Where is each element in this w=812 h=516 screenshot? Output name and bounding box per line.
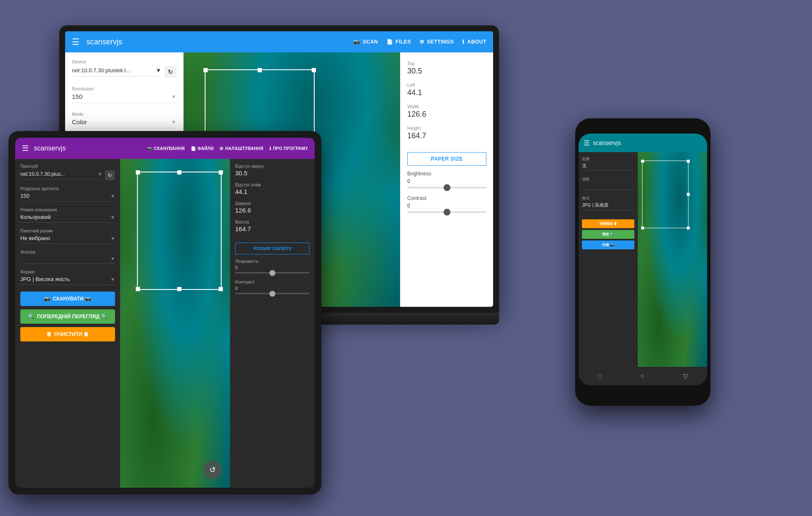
laptop-brightness-thumb[interactable] xyxy=(444,184,450,191)
laptop-scan-btn[interactable]: 📷 SCAN xyxy=(354,39,378,45)
laptop-height-value: 164.7 xyxy=(407,131,486,140)
phone-scan-overlay[interactable] xyxy=(642,161,689,228)
phone-format-value: JPG | 高画质 xyxy=(582,202,634,210)
laptop-about-btn[interactable]: ℹ ABOUT xyxy=(462,39,486,45)
tablet-filters-label: Фільтри xyxy=(20,250,115,254)
tablet-handle-tl[interactable] xyxy=(136,170,140,175)
tablet-resolution-select[interactable]: 150 ▼ xyxy=(20,193,115,202)
tablet-width-value: 126.6 xyxy=(235,207,310,214)
tablet-scan-overlay[interactable] xyxy=(137,172,222,290)
tablet-refresh-button[interactable]: ↻ xyxy=(105,170,115,180)
tablet-handle-bm[interactable] xyxy=(177,287,181,291)
tablet-brightness-value: 0 xyxy=(235,265,310,270)
laptop-brightness-track xyxy=(407,187,486,188)
tablet-right-panel: Відступ зверху 30.5 Відступ зліва 44.1 Ш… xyxy=(230,159,315,488)
tablet-resolution-label: Роздільна здатність xyxy=(20,186,115,191)
scan-handle-tr[interactable] xyxy=(312,68,316,72)
phone-clear-button[interactable]: 清除预览 🗑 xyxy=(582,219,634,228)
phone-preview-button[interactable]: 预览 🔍 xyxy=(582,230,634,239)
laptop-refresh-button[interactable]: ↻ xyxy=(165,66,176,78)
tablet-paper-size-button[interactable]: РОЗМІР ПАПЕРУ xyxy=(235,243,310,254)
tablet-contrast-section: Контраст 0 xyxy=(235,279,310,294)
laptop-width-field: Width 126.6 xyxy=(407,104,486,119)
tablet-left-value: 44.1 xyxy=(235,188,310,195)
tablet-contrast-thumb[interactable] xyxy=(269,291,275,297)
phone-handle-mr[interactable] xyxy=(687,193,690,196)
tablet-about-btn[interactable]: ℹ ПРО ПРОГРАМУ xyxy=(269,146,308,151)
laptop-contrast-thumb[interactable] xyxy=(444,209,450,216)
tablet-files-btn[interactable]: 📄 ФАЙЛИ xyxy=(191,146,214,151)
laptop-settings-btn[interactable]: ⚙ SETTINGS xyxy=(420,39,454,45)
tablet-filters-field: Фільтри ▼ xyxy=(20,250,115,264)
tablet-height-value: 164.7 xyxy=(235,225,310,232)
tablet-handle-bl[interactable] xyxy=(136,287,140,291)
phone-handle-tr[interactable] xyxy=(687,160,690,163)
tablet-format-field: Формат JPG | Висока якість ▼ xyxy=(20,270,115,285)
tablet-settings-btn[interactable]: ⚙ НАЛАШТУВАННЯ xyxy=(219,146,263,151)
tablet-handle-tm[interactable] xyxy=(177,170,181,175)
tablet-rotate-button[interactable]: ↺ xyxy=(203,461,222,479)
tablet-batch-select[interactable]: Не вибрано ▼ xyxy=(20,235,115,244)
laptop-settings-icon: ⚙ xyxy=(420,39,425,45)
tablet-handle-tr[interactable] xyxy=(219,170,223,175)
laptop-about-icon: ℹ xyxy=(462,39,465,45)
tablet-brightness-thumb[interactable] xyxy=(269,270,275,276)
tablet-device-select[interactable]: net:10.0.7.30:plus... ▼ xyxy=(20,171,102,180)
tablet-clear-button[interactable]: 🗑 ОЧИСТИТИ 🗑 xyxy=(20,327,115,341)
phone-nav-back-icon[interactable]: ○ xyxy=(640,372,645,380)
phone-nav-recent-icon[interactable]: ▽ xyxy=(683,372,688,380)
laptop-mode-select[interactable]: Color ▼ xyxy=(72,118,176,128)
tablet-mode-select[interactable]: Кольоровий ▼ xyxy=(20,214,115,223)
scan-handle-tm[interactable] xyxy=(258,68,262,72)
tablet-filters-select[interactable]: ▼ xyxy=(20,256,115,264)
phone-handle-tl[interactable] xyxy=(641,160,644,163)
tablet-format-select[interactable]: JPG | Висока якість ▼ xyxy=(20,276,115,285)
tablet-brightness-label: Яскравість xyxy=(235,259,310,264)
tablet-scan-btn-icon: 📷 xyxy=(44,296,50,302)
tablet-device-arrow: ▼ xyxy=(98,172,102,177)
phone-batch-value: 无 xyxy=(582,163,634,171)
phone-navbar: ☰ scanservjs xyxy=(579,134,707,152)
laptop-files-btn[interactable]: 📄 FILES xyxy=(387,39,411,45)
tablet-brand: scanservjs xyxy=(34,145,66,152)
tablet-height-label: Висота xyxy=(235,220,310,224)
laptop-menu-icon[interactable]: ☰ xyxy=(72,37,80,47)
tablet-top-value: 30.5 xyxy=(235,169,310,177)
tablet-menu-icon[interactable]: ☰ xyxy=(22,144,29,153)
tablet-brightness-section: Яскравість 0 xyxy=(235,259,310,273)
scan-handle-tl[interactable] xyxy=(203,68,208,72)
phone-format-field: 格式 JPG | 高画质 xyxy=(582,196,634,210)
tablet-mode-field: Режим сканування Кольоровий ▼ xyxy=(20,207,115,223)
tablet-handle-br[interactable] xyxy=(219,287,223,291)
tablet-format-arrow: ▼ xyxy=(110,277,115,282)
tablet-preview-icon: 🔍 xyxy=(28,314,34,319)
tablet-batch-field: Пакетний режим Не вибрано ▼ xyxy=(20,229,115,244)
laptop-device-select[interactable]: net:10.0.7.30:plustek:l... ▼ xyxy=(72,67,161,76)
phone-content: 批量 无 滤镜 格式 JPG | 高画质 清除预览 🗑 预览 🔍 扫描 📷 xyxy=(579,152,707,367)
tablet-batch-arrow: ▼ xyxy=(110,236,115,241)
phone-handle-bl[interactable] xyxy=(641,227,644,229)
phone-handle-br[interactable] xyxy=(687,227,690,229)
tablet-preview-button[interactable]: 🔍 ПОПЕРЕДНІЙ ПЕРЕГЛЯД 🔍 xyxy=(20,309,115,324)
phone-menu-icon[interactable]: ☰ xyxy=(584,139,590,147)
tablet-clear-icon: 🗑 xyxy=(47,331,52,337)
tablet-about-icon: ℹ xyxy=(269,146,271,151)
laptop-width-label: Width xyxy=(407,104,486,109)
phone-device: ☰ scanservjs 批量 无 滤镜 格式 JPG | 高画质 xyxy=(575,118,710,406)
tablet-preview-area: ↺ xyxy=(120,159,230,488)
phone-nav-home-icon[interactable]: □ xyxy=(598,372,602,380)
laptop-paper-size-button[interactable]: PAPER SIZE xyxy=(407,152,486,166)
phone-bottom-nav: □ ○ ▽ xyxy=(579,367,707,385)
laptop-scan-icon: 📷 xyxy=(354,39,360,45)
tablet-scan-button[interactable]: 📷 СКАНУВАТИ 📷 xyxy=(20,292,115,306)
phone-preview-area xyxy=(638,152,707,367)
tablet-scan-preview: ↺ xyxy=(120,159,230,488)
phone-scan-button[interactable]: 扫描 📷 xyxy=(582,240,634,249)
laptop-right-panel: Top 30.5 Left 44.1 Width 126.6 Height 16… xyxy=(400,52,493,307)
tablet-mode-arrow: ▼ xyxy=(110,215,115,220)
laptop-resolution-select[interactable]: 150 ▼ xyxy=(72,93,176,103)
tablet-filters-arrow: ▼ xyxy=(110,256,115,261)
phone-action-row: 清除预览 🗑 预览 🔍 扫描 📷 xyxy=(582,219,634,249)
tablet-scan-btn[interactable]: 📷 СКАНУВАННЯ xyxy=(147,146,185,151)
laptop-contrast-value: 0 xyxy=(407,203,486,209)
